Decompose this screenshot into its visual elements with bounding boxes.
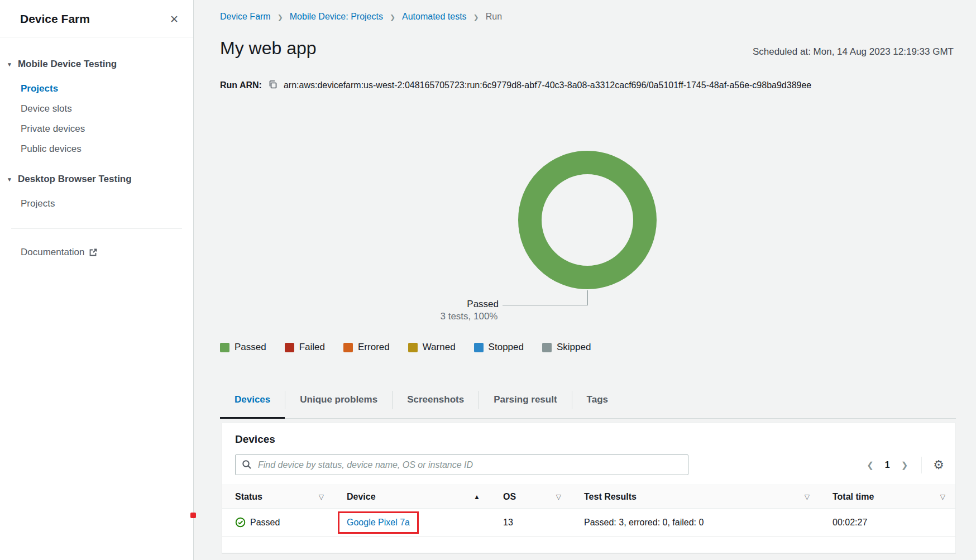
chevron-right-icon: ❯ [278, 13, 283, 21]
nav-items-mobile: Projects Device slots Private devices Pu… [0, 79, 193, 159]
section-label: Mobile Device Testing [18, 59, 117, 70]
column-label: Status [235, 492, 262, 502]
gear-icon[interactable]: ⚙ [933, 459, 944, 471]
breadcrumb: Device Farm ❯ Mobile Device: Projects ❯ … [220, 12, 502, 22]
panel-toolbar: ❮ 1 ❯ ⚙ [222, 446, 955, 475]
legend-item-skipped: Skipped [542, 342, 591, 353]
breadcrumb-mobile-device-projects[interactable]: Mobile Device: Projects [290, 12, 383, 22]
section-desktop-browser-testing[interactable]: ▼ Desktop Browser Testing [0, 174, 193, 185]
sidebar-divider [11, 228, 182, 229]
column-label: Test Results [584, 492, 637, 502]
column-status[interactable]: Status ▽ [222, 485, 334, 509]
legend-swatch-passed [220, 343, 229, 352]
section-label: Desktop Browser Testing [18, 174, 132, 185]
legend-swatch-failed [285, 343, 294, 352]
sort-filter-icon[interactable]: ▽ [319, 493, 324, 501]
chevron-left-icon[interactable]: ❮ [864, 458, 876, 472]
total-time-cell: 00:02:27 [820, 509, 955, 537]
sidebar-header: Device Farm ✕ [0, 0, 193, 37]
tab-tags[interactable]: Tags [572, 382, 623, 419]
legend-swatch-skipped [542, 343, 552, 352]
donut-callout-line [587, 290, 588, 305]
documentation-label: Documentation [21, 247, 84, 258]
status-text: Passed [250, 518, 280, 528]
toolbar-divider [921, 457, 922, 473]
legend-label: Stopped [489, 342, 524, 353]
sidebar-item-device-slots[interactable]: Device slots [0, 99, 193, 119]
collapse-triangle-icon[interactable]: ▼ [7, 61, 12, 68]
column-label: Total time [833, 492, 874, 502]
legend-swatch-errored [343, 343, 353, 352]
pagination: ❮ 1 ❯ ⚙ [864, 457, 944, 473]
scheduled-at-text: Scheduled at: Mon, 14 Aug 2023 12:19:33 … [753, 46, 954, 58]
red-dot-annotation [190, 513, 196, 518]
collapse-triangle-icon[interactable]: ▼ [7, 176, 12, 183]
close-icon[interactable]: ✕ [170, 14, 179, 25]
sort-ascending-icon[interactable]: ▲ [473, 493, 480, 501]
search-input[interactable] [235, 454, 688, 475]
copy-icon[interactable] [267, 80, 279, 91]
column-test-results[interactable]: Test Results ▽ [571, 485, 820, 509]
sort-filter-icon[interactable]: ▽ [805, 493, 810, 501]
legend-item-errored: Errored [343, 342, 390, 353]
legend-swatch-warned [408, 343, 418, 352]
donut-passed-segment [530, 162, 645, 277]
column-label: Device [347, 492, 376, 502]
legend-label: Warned [423, 342, 456, 353]
legend-label: Failed [299, 342, 325, 353]
search-icon [242, 460, 252, 470]
legend-item-failed: Failed [285, 342, 325, 353]
tab-devices[interactable]: Devices [220, 382, 285, 419]
chevron-right-icon: ❯ [473, 13, 479, 21]
passed-check-icon [235, 517, 246, 528]
column-total-time[interactable]: Total time ▽ [820, 485, 955, 509]
tab-parsing-result[interactable]: Parsing result [479, 382, 571, 419]
os-cell: 13 [490, 509, 571, 537]
page-title: My web app [220, 38, 317, 59]
table-header-row: Status ▽ Device ▲ OS ▽ Test Results ▽ To… [222, 485, 955, 509]
column-label: OS [503, 492, 516, 502]
sort-filter-icon[interactable]: ▽ [940, 493, 945, 501]
chevron-right-icon[interactable]: ❯ [899, 458, 911, 472]
donut-callout-sublabel: 3 tests, 100% [424, 311, 514, 322]
legend-label: Skipped [557, 342, 591, 353]
sidebar-item-desktop-projects[interactable]: Projects [0, 194, 193, 214]
documentation-link[interactable]: Documentation [21, 247, 193, 258]
page-number[interactable]: 1 [885, 460, 890, 470]
table-row: Passed Google Pixel 7a 13 Passed: 3, err… [222, 509, 955, 537]
run-arn-label: Run ARN: [220, 80, 262, 90]
tab-screenshots[interactable]: Screenshots [393, 382, 479, 419]
sidebar-item-projects[interactable]: Projects [0, 79, 193, 99]
legend-swatch-stopped [474, 343, 484, 352]
devices-table: Status ▽ Device ▲ OS ▽ Test Results ▽ To… [222, 485, 955, 537]
panel-title: Devices [222, 423, 955, 446]
sidebar-title: Device Farm [20, 12, 90, 26]
column-device[interactable]: Device ▲ [334, 485, 490, 509]
test-results-cell: Passed: 3, errored: 0, failed: 0 [571, 509, 820, 537]
tab-unique-problems[interactable]: Unique problems [285, 382, 392, 419]
sidebar-item-private-devices[interactable]: Private devices [0, 119, 193, 139]
legend-label: Passed [235, 342, 266, 353]
sidebar: Device Farm ✕ ▼ Mobile Device Testing Pr… [0, 0, 194, 560]
column-os[interactable]: OS ▽ [490, 485, 571, 509]
legend-item-passed: Passed [220, 342, 266, 353]
breadcrumb-device-farm[interactable]: Device Farm [220, 12, 271, 22]
donut-callout-line [503, 305, 588, 305]
status-cell: Passed [222, 509, 334, 537]
breadcrumb-run: Run [486, 12, 502, 22]
chart-legend: Passed Failed Errored Warned Stopped Ski… [220, 342, 591, 353]
nav-items-desktop: Projects [0, 194, 193, 214]
main-content: Device Farm ❯ Mobile Device: Projects ❯ … [194, 0, 976, 560]
sort-filter-icon[interactable]: ▽ [556, 493, 561, 501]
legend-item-stopped: Stopped [474, 342, 524, 353]
device-cell: Google Pixel 7a [334, 509, 490, 537]
red-annotation-box: Google Pixel 7a [338, 511, 419, 534]
sidebar-item-public-devices[interactable]: Public devices [0, 139, 193, 159]
device-link[interactable]: Google Pixel 7a [347, 518, 410, 527]
external-link-icon [89, 248, 98, 257]
breadcrumb-automated-tests[interactable]: Automated tests [402, 12, 467, 22]
section-mobile-device-testing[interactable]: ▼ Mobile Device Testing [0, 59, 193, 70]
legend-label: Errored [358, 342, 390, 353]
donut-callout-label: Passed [426, 299, 499, 310]
legend-item-warned: Warned [408, 342, 456, 353]
